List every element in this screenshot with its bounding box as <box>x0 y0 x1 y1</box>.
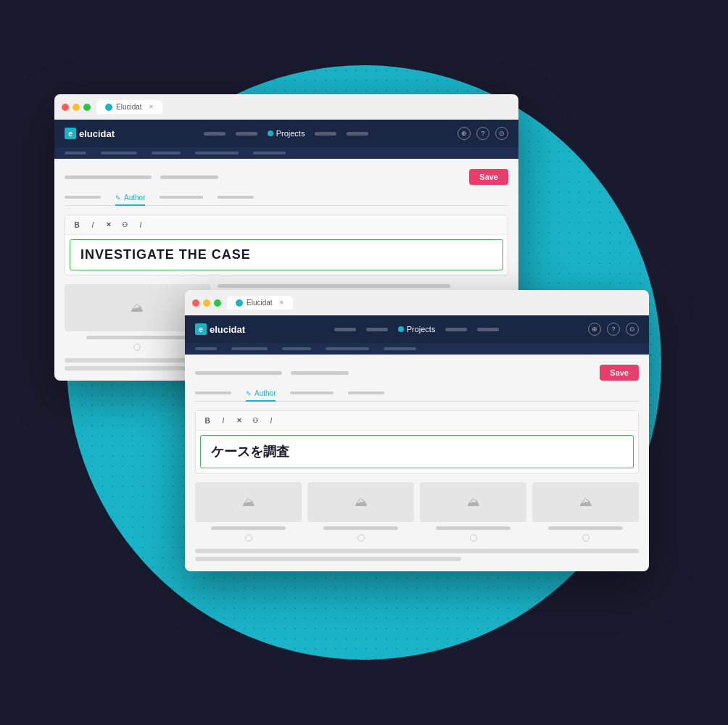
sec-nav-4-front <box>326 347 369 350</box>
nav-ph-1-front <box>334 328 356 331</box>
tab-inactive-1-front <box>195 392 231 394</box>
browser-tab-front[interactable]: Elucidat ✕ <box>227 296 293 310</box>
nav-globe-icon-back[interactable]: ⊕ <box>458 127 471 140</box>
nav-center-back: Projects <box>204 129 369 138</box>
browser-tab-back[interactable]: Elucidat ✕ <box>96 100 162 114</box>
tab-inactive-2-back <box>160 196 203 199</box>
nav-user-icon-front[interactable]: ⊙ <box>626 323 639 336</box>
sec-nav-4-back <box>195 152 239 154</box>
nav-center-front: Projects <box>334 325 500 334</box>
image-box-3-front: ⛰ <box>420 482 526 522</box>
nav-icons-back: ⊕ ? ⊙ <box>458 127 508 140</box>
mountain-icon-1-front: ⛰ <box>242 494 255 510</box>
save-button-back[interactable]: Save <box>469 169 508 185</box>
tab-label-back: Elucidat <box>116 103 142 111</box>
logo-icon-back: e <box>65 128 76 139</box>
projects-nav-back[interactable]: Projects <box>268 129 305 138</box>
sec-nav-1-front <box>195 347 217 350</box>
tab-inactive-1-back <box>65 196 101 199</box>
strike-button-front[interactable]: ✕ <box>233 415 245 426</box>
link2-button-back[interactable]: I <box>135 219 146 231</box>
strike-button-back[interactable]: ✕ <box>103 219 115 231</box>
bold-button-back[interactable]: B <box>71 219 83 231</box>
image-placeholder-3-front: ⛰ <box>420 482 526 542</box>
tab-inactive-3-back <box>218 196 254 199</box>
tab-inactive-2-front <box>290 392 334 394</box>
image-box-2-front: ⛰ <box>307 482 414 522</box>
projects-dot-front <box>398 326 404 332</box>
tab-inactive-3-front <box>348 392 384 394</box>
nav-help-icon-front[interactable]: ? <box>607 323 620 336</box>
author-tab-active-front[interactable]: ✎ Author <box>246 389 276 402</box>
toolbar-placeholder-2 <box>160 175 218 179</box>
toolbar-ph-2-front <box>291 371 349 375</box>
logo-back: e elucidat <box>65 128 115 139</box>
link-button-back[interactable]: ⚇ <box>119 219 131 231</box>
editor-content-back[interactable]: INVESTIGATE THE CASE <box>70 239 503 270</box>
image-box-1-front: ⛰ <box>195 482 302 522</box>
title-text-ja: ケースを調査 <box>211 443 623 460</box>
projects-dot-back <box>268 130 273 136</box>
image-radio-back[interactable] <box>133 344 141 351</box>
sec-nav-5-back <box>253 152 286 154</box>
sec-nav-3-front <box>282 347 311 350</box>
image-placeholder-4-front: ⛰ <box>532 482 639 542</box>
author-tab-active-back[interactable]: ✎ Author <box>115 194 145 206</box>
text-editor-front: B I ✕ ⚇ I ケースを調査 <box>195 410 639 473</box>
window-controls-back <box>62 104 91 111</box>
nav-ph-3-front <box>445 328 467 331</box>
image-label-1-front <box>211 526 286 530</box>
image-label-3-front <box>436 526 510 530</box>
image-radio-2-front[interactable] <box>357 534 365 542</box>
bold-button-front[interactable]: B <box>202 415 213 426</box>
nav-placeholder-1 <box>204 132 226 136</box>
italic-button-front[interactable]: I <box>218 415 229 426</box>
text-editor-back: B I ✕ ⚇ I INVESTIGATE THE CASE <box>65 215 508 276</box>
nav-help-icon-back[interactable]: ? <box>476 127 489 140</box>
sec-nav-2-front <box>231 347 268 350</box>
title-text-en: INVESTIGATE THE CASE <box>80 247 492 262</box>
bottom-bar-1-front <box>195 549 639 553</box>
bottom-bars-front <box>195 549 639 561</box>
maximize-dot[interactable] <box>83 104 91 111</box>
image-radio-3-front[interactable] <box>470 534 477 542</box>
close-dot[interactable] <box>62 104 69 111</box>
link-button-front[interactable]: ⚇ <box>249 415 261 426</box>
editor-content-front[interactable]: ケースを調査 <box>200 435 634 468</box>
sec-nav-5-front <box>384 347 416 350</box>
sec-nav-2-back <box>101 152 137 154</box>
scene: Elucidat ✕ e elucidat Projects <box>0 0 728 725</box>
minimize-dot-front[interactable] <box>203 299 210 307</box>
tab-label-front: Elucidat <box>247 299 273 307</box>
bottom-bar-2-front <box>195 557 461 561</box>
nav-globe-icon-front[interactable]: ⊕ <box>588 323 601 336</box>
image-radio-1-front[interactable] <box>245 534 252 542</box>
toolbar-front: Save <box>195 365 639 381</box>
nav-icons-front: ⊕ ? ⊙ <box>588 323 639 336</box>
toolbar-back: Save <box>65 169 508 185</box>
mountain-icon-2-front: ⛰ <box>355 494 368 510</box>
window-controls-front <box>192 299 221 307</box>
italic-button-back[interactable]: I <box>87 219 99 231</box>
image-placeholder-1-front: ⛰ <box>195 482 302 542</box>
editor-toolbar-front: B I ✕ ⚇ I <box>196 411 638 431</box>
nav-user-icon-back[interactable]: ⊙ <box>495 127 508 140</box>
secondary-nav-back <box>54 147 518 159</box>
image-placeholder-2-front: ⛰ <box>307 482 414 542</box>
close-dot-front[interactable] <box>192 299 199 307</box>
nav-ph-2-front <box>366 328 388 331</box>
save-button-front[interactable]: Save <box>600 365 639 381</box>
maximize-dot-front[interactable] <box>214 299 221 307</box>
image-radio-4-front[interactable] <box>582 534 590 542</box>
link2-button-front[interactable]: I <box>265 415 277 426</box>
minimize-dot[interactable] <box>73 104 80 111</box>
logo-icon-front: e <box>195 323 207 335</box>
image-label-2-front <box>323 526 398 530</box>
mountain-icon-3-front: ⛰ <box>467 494 480 510</box>
elucidat-nav-front: e elucidat Projects ⊕ ? ⊙ <box>185 315 649 343</box>
editor-toolbar-back: B I ✕ ⚇ I <box>65 215 508 235</box>
projects-nav-front[interactable]: Projects <box>398 325 436 334</box>
mountain-icon-4-front: ⛰ <box>579 494 592 510</box>
author-pen-icon-front: ✎ <box>246 390 252 397</box>
elucidat-nav-back: e elucidat Projects ⊕ ? ⊙ <box>54 120 518 147</box>
